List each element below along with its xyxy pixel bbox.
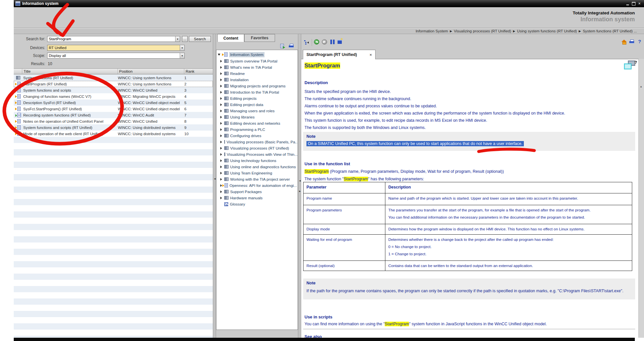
collapse-left-icon[interactable]: ◄ xyxy=(213,177,216,180)
table-row[interactable]: Description SysFct (RT Unified) WINCC: W… xyxy=(14,99,213,106)
collapsed-arrow-icon[interactable] xyxy=(220,153,222,156)
collapsed-arrow-icon[interactable] xyxy=(220,197,222,199)
collapsed-arrow-icon[interactable] xyxy=(220,85,222,87)
more-button[interactable]: ... xyxy=(182,36,188,42)
table-row-selected[interactable]: StartProgram (RT Unified) WINCC: Using s… xyxy=(14,81,213,87)
bookmarks-icon[interactable] xyxy=(330,40,335,44)
scroll-up-icon[interactable]: ▲ xyxy=(640,85,642,88)
results-col-rank[interactable]: Rank xyxy=(184,69,213,74)
scope-dropdown-arrow-icon[interactable]: ▼ xyxy=(180,53,184,58)
book-icon xyxy=(224,196,229,200)
tree-item[interactable]: Installation xyxy=(216,77,298,83)
tree-item[interactable]: Using technology functions xyxy=(216,157,298,164)
tab-favorites[interactable]: Favorites xyxy=(244,34,275,42)
tree-item[interactable]: Configuring drives xyxy=(216,133,298,139)
sync-to-tree-icon[interactable] xyxy=(304,40,309,45)
tree-item[interactable]: Using online and diagnostics functions xyxy=(216,164,298,170)
tree-item[interactable]: Visualizing processes (RT Unified) xyxy=(216,145,298,151)
search-combo[interactable]: ▼ xyxy=(47,36,180,42)
collapsed-arrow-icon[interactable] xyxy=(220,159,222,162)
tree-item[interactable]: Editing project data xyxy=(216,101,298,108)
topic-icon xyxy=(17,94,21,99)
print-icon[interactable] xyxy=(629,40,634,44)
expanded-arrow-icon[interactable] xyxy=(218,54,220,56)
collapsed-arrow-icon[interactable] xyxy=(220,66,222,69)
collapsed-arrow-icon[interactable] xyxy=(220,190,222,193)
search-dropdown-arrow-icon[interactable]: ▼ xyxy=(175,36,180,42)
collapsed-arrow-icon[interactable] xyxy=(220,172,222,174)
help-tab[interactable]: StartProgram (RT Unified) × xyxy=(303,50,376,59)
tree-item[interactable]: System overview TIA Portal xyxy=(216,58,298,64)
collapsed-arrow-icon[interactable] xyxy=(220,166,222,168)
tree-item[interactable]: Visualizing processes (Basic Panels, Pa.… xyxy=(216,139,298,145)
collapse-left-icon[interactable]: ◄ xyxy=(299,179,301,182)
tree-item[interactable]: Hardware manuals xyxy=(216,195,298,201)
results-col-position[interactable]: Position xyxy=(118,69,184,74)
collapsed-arrow-icon[interactable] xyxy=(220,178,222,181)
tree-item-glossary[interactable]: Glossary xyxy=(216,201,298,207)
collapsed-arrow-icon[interactable] xyxy=(220,184,222,187)
table-row[interactable]: System functions and scripts (RT Unified… xyxy=(14,124,213,131)
tree-item[interactable]: Migrating projects and programs xyxy=(216,83,298,89)
collapsed-arrow-icon[interactable] xyxy=(220,97,222,100)
page-title: StartProgram xyxy=(304,63,340,69)
collapse-right-icon[interactable]: ► xyxy=(299,190,301,193)
collapsed-arrow-icon[interactable] xyxy=(220,91,222,94)
print-icon[interactable] xyxy=(289,44,294,48)
scope-combo[interactable]: Display all ▼ xyxy=(47,53,185,59)
tree-item[interactable]: Editing projects xyxy=(216,95,298,101)
collapsed-arrow-icon[interactable] xyxy=(220,147,222,150)
home-icon[interactable] xyxy=(621,40,627,44)
tab-content[interactable]: Content xyxy=(217,34,244,42)
tree-item[interactable]: What's new in TIA Portal xyxy=(216,64,298,70)
forward-icon[interactable] xyxy=(322,39,327,45)
tab-close-icon[interactable]: × xyxy=(369,52,372,57)
tree-item[interactable]: Managing users and roles xyxy=(216,108,298,114)
collapsed-arrow-icon[interactable] xyxy=(220,122,222,125)
table-row[interactable]: System functions and scripts WINCC: WinC… xyxy=(14,87,213,93)
help-vertical-scrollbar[interactable]: ▲ » xyxy=(638,59,644,338)
tree-item[interactable]: Programming a PLC xyxy=(216,126,298,133)
table-row[interactable]: Notes on the operation of Unified Comfor… xyxy=(14,118,213,124)
collapsed-arrow-icon[interactable] xyxy=(220,135,222,137)
back-icon[interactable] xyxy=(314,39,319,45)
restore-icon[interactable] xyxy=(631,1,636,6)
search-input[interactable] xyxy=(47,37,175,41)
splitter-right[interactable]: ◄ ► xyxy=(298,34,301,338)
expand-topic-icon[interactable] xyxy=(280,44,284,48)
collapsed-arrow-icon[interactable] xyxy=(220,72,222,75)
splitter-left[interactable]: ◄ xyxy=(213,34,216,338)
table-row[interactable]: System functions (RT Unified) WINCC: Usi… xyxy=(14,75,213,81)
collapsed-arrow-icon[interactable] xyxy=(220,60,222,63)
collapsed-arrow-icon[interactable] xyxy=(220,128,222,131)
tree-item[interactable]: Using libraries xyxy=(216,114,298,120)
collapsed-arrow-icon[interactable] xyxy=(220,110,222,112)
devices-dropdown-arrow-icon[interactable]: ▼ xyxy=(180,45,184,50)
close-icon[interactable]: × xyxy=(636,1,642,6)
collapsed-arrow-icon[interactable] xyxy=(220,141,222,143)
table-row[interactable]: Recording system functions (RT Unified) … xyxy=(14,112,213,118)
tree-item[interactable]: Working with the TIA project server xyxy=(216,176,298,182)
table-row[interactable]: SysFct.StartProgram() (RT Unified) WINCC… xyxy=(14,106,213,112)
devices-combo[interactable]: RT Unified ▼ xyxy=(47,45,185,51)
collapsed-arrow-icon[interactable] xyxy=(220,79,222,81)
table-row[interactable]: Mode of operation of the web client (RT … xyxy=(14,131,213,137)
tree-item[interactable]: Visualizing Processes with View of Thin.… xyxy=(216,151,298,157)
tree-item[interactable]: Editing devices and networks xyxy=(216,120,298,126)
collapsed-arrow-icon[interactable] xyxy=(220,103,222,106)
tree-root[interactable]: Information System xyxy=(216,51,298,58)
help-icon[interactable]: ? xyxy=(638,39,641,44)
tree-item[interactable]: Readme xyxy=(216,70,298,77)
add-bookmark-icon[interactable] xyxy=(338,40,342,44)
results-col-title[interactable]: Title xyxy=(22,69,118,74)
table-row[interactable]: Changing of function names (WinCC V7) WI… xyxy=(14,93,213,99)
tree-item[interactable]: Openness: API for automation of engi... xyxy=(216,182,298,188)
tree-item[interactable]: Support Packages xyxy=(216,188,298,195)
collapsed-arrow-icon[interactable] xyxy=(220,116,222,118)
book-icon xyxy=(224,78,229,81)
search-button[interactable]: Search xyxy=(189,36,211,42)
minimize-icon[interactable] xyxy=(625,1,631,6)
breadcrumb[interactable]: Information System ► Visualizing process… xyxy=(14,28,644,34)
tree-item[interactable]: Using Team Engineering xyxy=(216,170,298,176)
tree-item[interactable]: Introduction to the TIA Portal xyxy=(216,89,298,95)
